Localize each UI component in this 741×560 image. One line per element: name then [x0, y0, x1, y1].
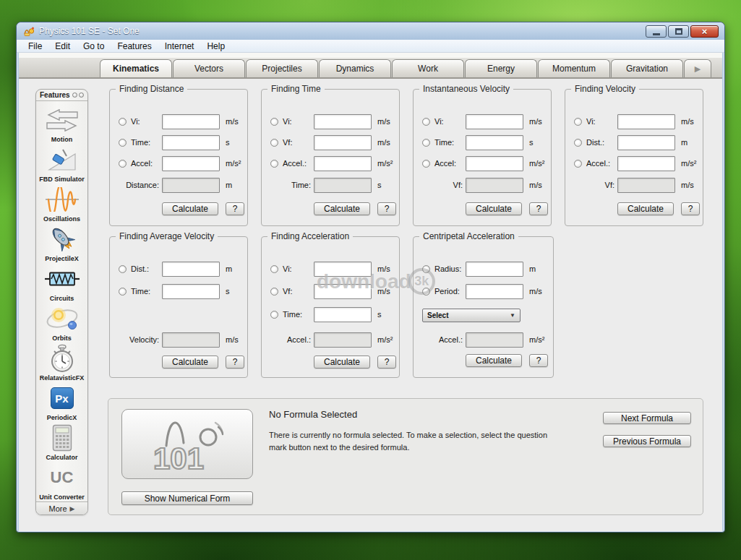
menu-edit[interactable]: Edit [48, 40, 77, 52]
tab-work[interactable]: Work [392, 59, 464, 77]
radio-vf[interactable] [270, 288, 278, 296]
radio-vi[interactable] [574, 118, 582, 126]
radius-input[interactable] [466, 262, 523, 277]
tab-kinematics[interactable]: Kinematics [100, 59, 172, 77]
next-formula-button[interactable]: Next Formula [603, 412, 691, 424]
calculate-button[interactable]: Calculate [314, 356, 370, 369]
vi-input[interactable] [466, 114, 523, 129]
time-input[interactable] [162, 135, 220, 150]
help-button[interactable]: ? [377, 202, 396, 215]
show-numerical-form-button[interactable]: Show Numerical Form [121, 491, 253, 505]
time-input[interactable] [162, 284, 220, 299]
calculate-button[interactable]: Calculate [466, 354, 522, 367]
panel-finding-average-velocity: Finding Average Velocity Dist.:m Time:s … [109, 236, 248, 378]
time-input[interactable] [466, 135, 523, 150]
accel-input[interactable] [617, 156, 675, 171]
period-input[interactable] [466, 284, 523, 299]
sidebar-item-relatavisticfx[interactable]: RelatavisticFX [36, 343, 87, 382]
accel-input[interactable] [466, 156, 523, 171]
radio-time[interactable] [119, 288, 127, 296]
radio-accel[interactable] [574, 160, 582, 168]
radio-vi[interactable] [422, 118, 430, 126]
radio-time[interactable] [119, 139, 127, 147]
sidebar-item-fbd-simulator[interactable]: FBD Simulator [36, 144, 87, 184]
vi-input[interactable] [314, 262, 372, 277]
maximize-button[interactable] [668, 25, 689, 38]
sidebar-item-motion[interactable]: Motion [36, 104, 87, 144]
features-dot-icon[interactable] [72, 92, 77, 98]
help-button[interactable]: ? [681, 202, 700, 215]
help-button[interactable]: ? [529, 202, 548, 215]
tab-gravitation[interactable]: Gravitation [611, 59, 683, 77]
sidebar-item-circuits[interactable]: Circuits [36, 263, 87, 303]
previous-formula-button[interactable]: Previous Formula [603, 435, 691, 447]
tab-vectors[interactable]: Vectors [173, 59, 245, 77]
radio-dist[interactable] [574, 139, 582, 147]
more-button[interactable]: More ▶ [36, 501, 87, 514]
menu-internet[interactable]: Internet [158, 40, 201, 52]
radio-accel[interactable] [422, 160, 430, 168]
radio-vi[interactable] [270, 118, 278, 126]
sidebar-item-calculator[interactable]: Calculator [36, 422, 87, 462]
vi-input[interactable] [314, 114, 372, 129]
close-button[interactable]: × [690, 25, 719, 38]
menubar: File Edit Go to Features Internet Help [17, 40, 724, 53]
help-button[interactable]: ? [529, 354, 548, 367]
help-button[interactable]: ? [226, 202, 244, 215]
radio-time[interactable] [270, 311, 278, 319]
sidebar-item-unit-converter[interactable]: UC Unit Converter [36, 462, 87, 501]
calculate-button[interactable]: Calculate [162, 356, 218, 369]
vf-input[interactable] [314, 284, 372, 299]
time-input[interactable] [314, 307, 372, 322]
help-button[interactable]: ? [377, 356, 396, 369]
menu-file[interactable]: File [22, 40, 48, 52]
tab-strip: Kinematics Vectors Projectiles Dynamics … [19, 58, 722, 79]
calculate-button[interactable]: Calculate [617, 202, 674, 215]
features-dot-icon[interactable] [79, 92, 84, 98]
radio-vf[interactable] [270, 139, 278, 147]
vf-input[interactable] [314, 135, 372, 150]
distance-output [162, 178, 220, 193]
radio-accel[interactable] [119, 160, 127, 168]
radio-vi[interactable] [119, 118, 127, 126]
minimize-button[interactable] [646, 25, 667, 38]
titlebar[interactable]: Physics 101 SE - Set One × [17, 22, 724, 40]
mode-select[interactable]: Select ▼ [422, 309, 521, 322]
client-area: Features Motion [19, 79, 722, 531]
panel-title: Finding Average Velocity [116, 231, 218, 241]
tab-projectiles[interactable]: Projectiles [246, 59, 318, 77]
radio-time[interactable] [422, 139, 430, 147]
calculate-button[interactable]: Calculate [314, 202, 370, 215]
dist-input[interactable] [162, 262, 220, 277]
radio-vi[interactable] [270, 265, 278, 273]
help-button[interactable]: ? [226, 356, 244, 369]
accel-input[interactable] [162, 156, 220, 171]
menu-goto[interactable]: Go to [77, 40, 111, 52]
panel-title: Finding Velocity [571, 84, 639, 94]
tab-dynamics[interactable]: Dynamics [319, 59, 391, 77]
periodic-table-icon: Px [51, 382, 74, 414]
sidebar-item-projectilex[interactable]: ProjectileX [36, 223, 87, 263]
vi-input[interactable] [162, 114, 220, 129]
menu-help[interactable]: Help [200, 40, 231, 52]
sidebar-item-periodicx[interactable]: Px PeriodicX [36, 382, 87, 422]
panel-title: Centripetal Acceleration [419, 231, 518, 241]
tab-overflow-button[interactable]: ▶ [684, 59, 711, 77]
menu-features[interactable]: Features [111, 40, 158, 52]
sidebar-item-orbits[interactable]: Orbits [36, 303, 87, 343]
toolbar-spacer [19, 53, 722, 58]
radio-accel[interactable] [270, 160, 278, 168]
tab-energy[interactable]: Energy [465, 59, 537, 77]
tab-momentum[interactable]: Momentum [538, 59, 610, 77]
accel-output [314, 332, 372, 348]
radio-dist[interactable] [119, 265, 127, 273]
radio-period[interactable] [422, 288, 430, 296]
uc-letters-icon: UC [51, 462, 74, 494]
vi-input[interactable] [617, 114, 675, 129]
sidebar-item-oscillations[interactable]: Oscillations [36, 184, 87, 223]
radio-radius[interactable] [422, 265, 430, 273]
accel-input[interactable] [314, 156, 372, 171]
dist-input[interactable] [617, 135, 675, 150]
calculate-button[interactable]: Calculate [162, 202, 218, 215]
calculate-button[interactable]: Calculate [466, 202, 522, 215]
